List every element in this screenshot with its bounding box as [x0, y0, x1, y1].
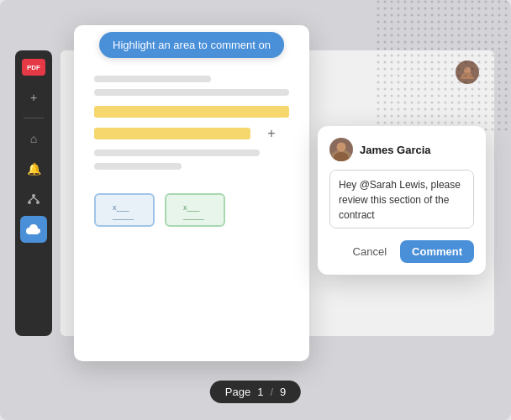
sidebar-divider [24, 118, 44, 118]
page-current: 1 [257, 386, 263, 398]
sidebar-item-nodes[interactable] [20, 186, 47, 213]
cancel-button[interactable]: Cancel [346, 242, 393, 261]
signature-box-1[interactable]: x___ _____ [94, 193, 155, 227]
text-line-1 [94, 76, 211, 82]
signature-box-2[interactable]: x___ _____ [165, 193, 225, 227]
svg-point-2 [36, 201, 40, 204]
page-total: 9 [280, 386, 286, 398]
text-line-2 [94, 89, 289, 96]
sidebar-item-home[interactable]: ⌂ [20, 125, 47, 152]
svg-text:_____: _____ [182, 212, 205, 220]
svg-point-0 [32, 194, 35, 197]
highlight-line-1 [94, 106, 289, 118]
user-name: James Garcia [360, 144, 431, 156]
comment-user-row: James Garcia [329, 138, 474, 161]
sidebar-item-cloud[interactable] [20, 216, 47, 243]
crosshair-icon: + [267, 126, 275, 141]
page-label: Page [225, 386, 250, 398]
document-content: + x___ _____ x___ _____ [74, 25, 309, 244]
page-indicator: Page 1 / 9 [210, 381, 301, 403]
pdf-badge: PDF [22, 59, 45, 76]
svg-point-1 [28, 201, 31, 204]
page-separator: / [270, 386, 273, 398]
svg-text:x___: x___ [183, 203, 201, 212]
avatar [329, 138, 353, 161]
svg-text:x___: x___ [113, 203, 130, 212]
svg-line-4 [34, 197, 38, 201]
highlight-tooltip: Highlight an area to comment on [99, 32, 284, 58]
svg-line-3 [29, 197, 34, 201]
text-line-3 [94, 150, 260, 156]
text-line-4 [94, 163, 182, 170]
svg-point-13 [337, 143, 346, 152]
comment-actions: Cancel Comment [329, 240, 474, 263]
comment-button[interactable]: Comment [400, 240, 474, 263]
sidebar-item-add[interactable]: + [20, 84, 47, 111]
highlight-line-2: + [94, 128, 250, 139]
svg-text:_____: _____ [112, 212, 134, 220]
comment-panel: James Garcia Cancel Comment [318, 126, 486, 275]
sidebar-item-bell[interactable]: 🔔 [20, 155, 47, 182]
bg-avatar [456, 60, 479, 84]
comment-input[interactable] [329, 170, 474, 228]
document-panel: Highlight an area to comment on + x___ _… [74, 25, 309, 361]
sidebar: PDF + ⌂ 🔔 [15, 50, 52, 336]
signature-row: x___ _____ x___ _____ [94, 193, 289, 227]
